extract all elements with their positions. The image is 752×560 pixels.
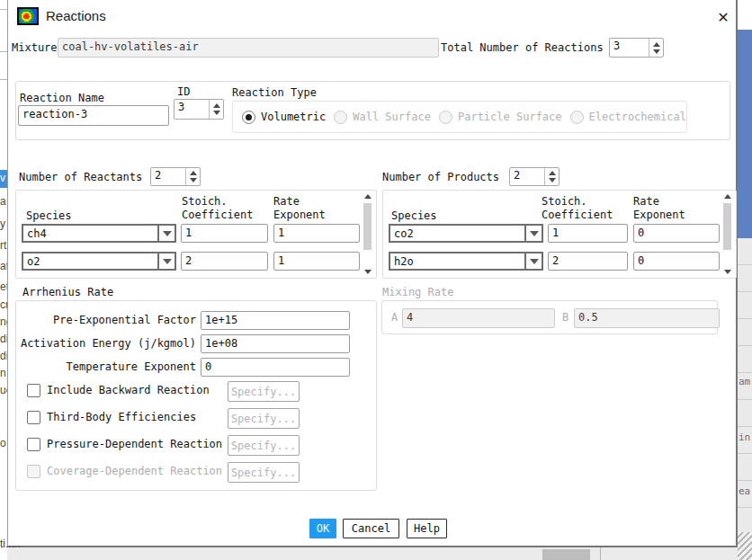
number-of-products-label: Number of Products	[382, 171, 499, 183]
radio-electrochemical[interactable]: Electrochemical	[570, 111, 686, 124]
radio-selected-icon[interactable]	[242, 111, 255, 124]
coverage-dependent-checkbox[interactable]	[27, 465, 40, 478]
bg-right-strip: amineade	[738, 0, 752, 560]
arrow-down-icon[interactable]	[549, 178, 556, 182]
chevron-down-icon	[530, 259, 539, 264]
arrow-up-icon[interactable]	[653, 42, 660, 47]
scroll-up-icon[interactable]	[364, 194, 372, 199]
reactants-scrollbar[interactable]	[362, 194, 373, 274]
product-exponent-input[interactable]: 0	[633, 224, 720, 243]
specify-pressure-button[interactable]: Specify...	[228, 435, 300, 456]
cancel-button[interactable]: Cancel	[343, 519, 399, 538]
reactant-species-dropdown[interactable]: ch4	[22, 224, 176, 243]
col-rate2: Exponent	[273, 209, 326, 221]
number-of-reactants-stepper[interactable]: 2	[150, 167, 201, 186]
product-stoich-input[interactable]: 1	[548, 224, 628, 243]
specify-third-body-button[interactable]: Specify...	[228, 408, 300, 429]
temperature-exponent-input[interactable]: 0	[201, 358, 350, 377]
arrow-up-icon[interactable]	[190, 171, 197, 175]
products-table: Species Stoich. Coefficient Rate Exponen…	[382, 190, 737, 279]
bg-clipped-text: v	[0, 170, 7, 188]
bg-bottom-strip	[7, 547, 738, 560]
help-button[interactable]: Help	[407, 519, 447, 538]
total-reactions-value: 3	[610, 39, 649, 57]
bg-clipped-text: di	[0, 333, 7, 345]
dropdown-arrow[interactable]	[157, 226, 175, 241]
reactant-exponent-input[interactable]: 1	[273, 252, 360, 271]
product-exponent-input[interactable]: 0	[633, 252, 720, 271]
ok-button[interactable]: OK	[309, 519, 336, 538]
scrollbar-thumb[interactable]	[723, 203, 731, 250]
specify-coverage-button[interactable]: Specify...	[228, 462, 300, 483]
total-reactions-label: Total Number of Reactions	[441, 41, 604, 54]
reactant-exponent-input[interactable]: 1	[273, 224, 360, 243]
dialog-title: Reactions	[46, 8, 106, 23]
radio-particle-surface[interactable]: Particle Surface	[439, 111, 562, 124]
dropdown-arrow[interactable]	[524, 253, 542, 269]
stepper-arrows[interactable]	[185, 168, 200, 185]
arrow-down-icon[interactable]	[653, 49, 660, 54]
col-rate2: Exponent	[633, 209, 685, 221]
bg-clipped-text: o	[0, 437, 6, 449]
include-backward-reaction-checkbox[interactable]	[27, 384, 40, 397]
specify-backward-button[interactable]: Specify...	[228, 381, 300, 402]
scrollbar-thumb[interactable]	[363, 203, 372, 250]
bg-clipped-text: in	[739, 431, 750, 443]
reaction-id-stepper[interactable]: 3	[174, 99, 224, 120]
arrow-down-icon[interactable]	[213, 111, 220, 115]
mixing-a-field[interactable]: 4	[402, 308, 555, 328]
col-species: Species	[391, 209, 437, 222]
radio-disabled-icon[interactable]	[439, 111, 452, 124]
dropdown-value: ch4	[23, 227, 157, 240]
number-of-products-stepper[interactable]: 2	[509, 167, 560, 186]
radio-volumetric[interactable]: Volumetric	[242, 111, 326, 124]
radio-label: Volumetric	[261, 111, 326, 123]
bg-divider	[0, 79, 7, 80]
mixture-field[interactable]: coal-hv-volatiles-air	[58, 38, 439, 58]
pre-exponential-factor-label: Pre-Exponential Factor	[16, 314, 196, 326]
activation-energy-label: Activation Energy (j/kgmol)	[16, 337, 196, 350]
activation-energy-input[interactable]: 1e+08	[201, 334, 350, 353]
col-stoich: Stoich.	[182, 195, 228, 208]
stepper-arrows[interactable]	[649, 39, 663, 57]
pre-exponential-factor-input[interactable]: 1e+15	[201, 311, 350, 330]
arrow-up-icon[interactable]	[213, 103, 220, 108]
reaction-name-input[interactable]: reaction-3	[18, 105, 169, 126]
arrow-up-icon[interactable]	[549, 171, 556, 175]
pressure-dependent-checkbox[interactable]	[27, 438, 40, 451]
product-species-dropdown[interactable]: h2o	[389, 252, 543, 271]
mixing-rate-group: A 4 B 0.5	[381, 300, 718, 334]
scroll-up-icon[interactable]	[724, 194, 731, 199]
bg-divider	[600, 547, 601, 560]
mixing-b-field[interactable]: 0.5	[574, 308, 720, 328]
bg-divider	[0, 9, 7, 10]
include-backward-reaction-label: Include Backward Reaction	[47, 384, 210, 396]
third-body-efficiencies-checkbox[interactable]	[27, 411, 40, 424]
stepper-arrows[interactable]	[544, 168, 559, 185]
close-icon[interactable]: ✕	[712, 6, 734, 28]
reactant-species-dropdown[interactable]: o2	[22, 252, 176, 271]
radio-disabled-icon[interactable]	[334, 111, 347, 124]
horizontal-scrollbar-thumb[interactable]	[542, 549, 590, 560]
number-of-reactants-label: Number of Reactants	[19, 171, 142, 183]
resize-grip-icon[interactable]	[738, 532, 752, 560]
dropdown-arrow[interactable]	[157, 253, 175, 269]
bg-clipped-text: rt	[0, 239, 6, 252]
reactant-stoich-input[interactable]: 1	[181, 224, 268, 243]
col-stoich: Stoich.	[542, 195, 587, 208]
scroll-down-icon[interactable]	[364, 270, 372, 274]
total-reactions-stepper[interactable]: 3	[609, 38, 664, 58]
dropdown-arrow[interactable]	[524, 226, 542, 241]
product-species-dropdown[interactable]: co2	[389, 224, 543, 243]
arrow-down-icon[interactable]	[190, 178, 197, 182]
products-scrollbar[interactable]	[721, 194, 733, 274]
reactant-stoich-input[interactable]: 2	[181, 252, 268, 271]
stepper-arrows[interactable]	[209, 100, 223, 119]
screen: vayrtatetcrngdidinueo amineade ti..... R…	[0, 0, 752, 560]
dropdown-value: o2	[23, 255, 157, 268]
scroll-down-icon[interactable]	[724, 270, 731, 274]
radio-disabled-icon[interactable]	[570, 111, 584, 124]
radio-label: Particle Surface	[458, 111, 562, 123]
product-stoich-input[interactable]: 2	[548, 252, 628, 271]
radio-wall-surface[interactable]: Wall Surface	[334, 111, 431, 124]
